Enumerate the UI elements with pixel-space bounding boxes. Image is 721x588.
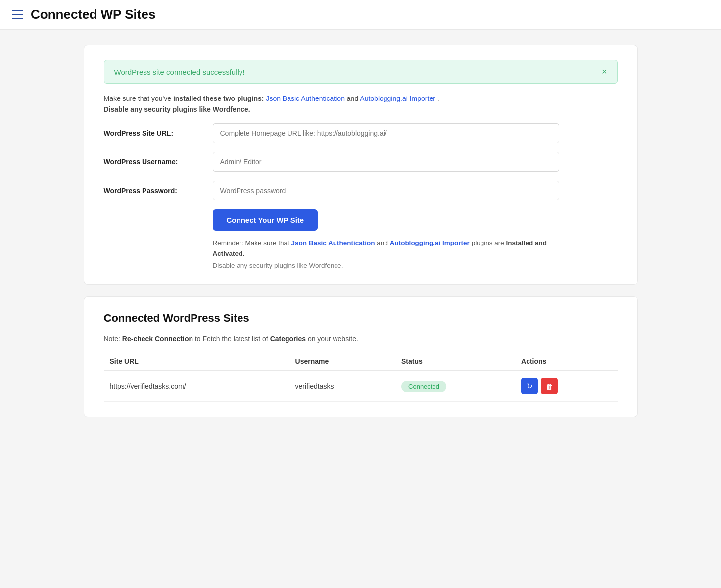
hamburger-menu[interactable] [12, 10, 23, 19]
col-site-url: Site URL [104, 352, 289, 371]
connected-sites-title: Connected WordPress Sites [104, 312, 618, 325]
col-username: Username [289, 352, 395, 371]
trash-icon: 🗑 [546, 382, 553, 391]
password-row: WordPress Password: [104, 181, 618, 200]
refresh-button[interactable]: ↻ [521, 378, 538, 394]
refresh-icon: ↻ [527, 382, 533, 391]
table-row: https://verifiedtasks.com/verifiedtasksC… [104, 371, 618, 402]
actions-group: ↻🗑 [521, 378, 611, 394]
reminder-plugin2-link[interactable]: Autoblogging.ai Importer [390, 239, 470, 246]
plugin-note-prefix: Make sure that you've installed these tw… [104, 95, 266, 102]
cell-actions: ↻🗑 [515, 371, 617, 402]
username-label: WordPress Username: [104, 158, 213, 166]
site-url-label: WordPress Site URL: [104, 129, 213, 137]
site-url-row: WordPress Site URL: [104, 123, 618, 143]
table-header-row: Site URL Username Status Actions [104, 352, 618, 371]
cell-status: Connected [395, 371, 515, 402]
plugin-note-and: and [347, 95, 360, 102]
plugin-note-suffix: . [437, 95, 439, 102]
col-actions: Actions [515, 352, 617, 371]
plugin-note: Make sure that you've installed these tw… [104, 95, 618, 102]
col-status: Status [395, 352, 515, 371]
close-banner-button[interactable]: × [602, 67, 607, 76]
password-label: WordPress Password: [104, 187, 213, 195]
success-banner: WordPress site connected successfully! × [104, 60, 618, 84]
wp-sites-table: Site URL Username Status Actions https:/… [104, 352, 618, 402]
form-section: WordPress Site URL: WordPress Username: … [104, 123, 618, 269]
username-row: WordPress Username: [104, 152, 618, 172]
plugin1-link[interactable]: Json Basic Authentication [266, 95, 345, 102]
connected-sites-card: Connected WordPress Sites Note: Re-check… [84, 296, 638, 417]
note-text: Note: Re-check Connection to Fetch the l… [104, 335, 618, 343]
reminder-plugin1-link[interactable]: Json Basic Authentication [291, 239, 375, 246]
reminder-subtext: Disable any security plugins like Wordfe… [213, 262, 618, 269]
success-message: WordPress site connected successfully! [114, 68, 245, 76]
reminder-text: Reminder: Make sure that Json Basic Auth… [213, 238, 549, 259]
form-card: WordPress site connected successfully! ×… [84, 45, 638, 285]
delete-button[interactable]: 🗑 [541, 378, 558, 394]
username-input[interactable] [213, 152, 559, 172]
plugin2-link[interactable]: Autoblogging.ai Importer [360, 95, 435, 102]
table-header: Site URL Username Status Actions [104, 352, 618, 371]
status-badge: Connected [401, 381, 446, 392]
connect-button[interactable]: Connect Your WP Site [213, 209, 318, 231]
top-bar: Connected WP Sites [0, 0, 721, 30]
security-note: Disable any security plugins like Wordfe… [104, 105, 618, 113]
site-url-input[interactable] [213, 123, 559, 143]
cell-username: verifiedtasks [289, 371, 395, 402]
main-content: WordPress site connected successfully! ×… [64, 30, 658, 444]
table-body: https://verifiedtasks.com/verifiedtasksC… [104, 371, 618, 402]
password-input[interactable] [213, 181, 559, 200]
cell-site-url: https://verifiedtasks.com/ [104, 371, 289, 402]
page-title: Connected WP Sites [31, 7, 155, 22]
